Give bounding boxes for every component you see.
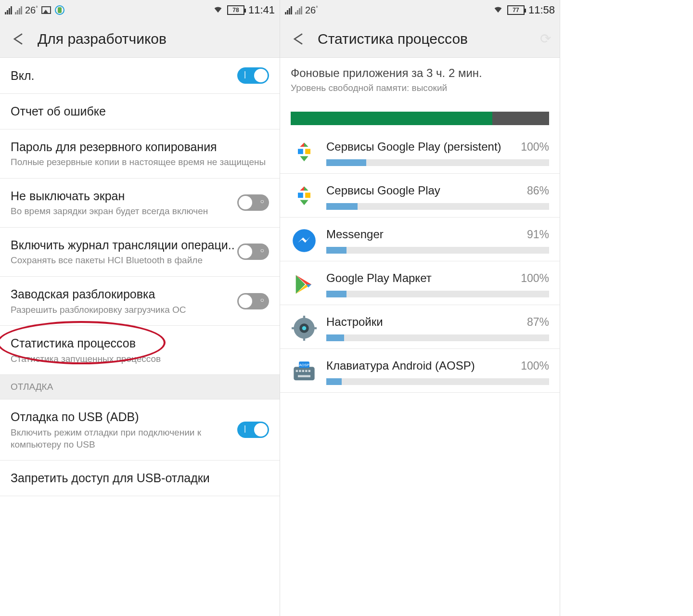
svg-rect-11 [302, 370, 304, 372]
svg-rect-5 [303, 336, 305, 341]
battery-icon: 78 [227, 5, 244, 15]
process-name: Сервисы Google Play (persistent) [326, 140, 516, 154]
svg-rect-12 [305, 370, 307, 372]
play-store-icon [291, 271, 318, 298]
svg-text:AOSP: AOSP [299, 363, 309, 367]
screen-developer-options: 26° 78 11:41 Для разработчиков Вкл.Отчет… [0, 0, 280, 616]
process-item[interactable]: Google Play Маркет100% [280, 261, 560, 305]
process-item[interactable]: AOSPКлавиатура Android (AOSP)100% [280, 349, 560, 393]
status-bar: 26° 77 11:58 [280, 0, 560, 20]
summary-title: Фоновые приложения за 3 ч. 2 мин. [291, 66, 549, 80]
clock: 11:58 [528, 4, 555, 16]
stats-summary: Фоновые приложения за 3 ч. 2 мин. Уровен… [280, 58, 560, 100]
app-bar: Статистика процессов ⟳ [280, 20, 560, 58]
item-title: Отчет об ошибке [11, 103, 269, 119]
play-services-icon [291, 140, 318, 167]
summary-caption: Уровень свободной памяти: высокий [291, 83, 549, 93]
gallery-icon [41, 5, 51, 15]
process-item[interactable]: Настройки87% [280, 305, 560, 349]
process-item[interactable]: Сервисы Google Play (persistent)100% [280, 130, 560, 174]
settings-icon [291, 315, 318, 342]
page-title: Статистика процессов [318, 31, 468, 47]
settings-item[interactable]: Отчет об ошибке [0, 94, 280, 129]
item-title: Статистика процессов [11, 335, 269, 351]
signal-icon-2 [15, 6, 22, 14]
item-title: Включить журнал трансляции операци.. [11, 237, 237, 253]
signal-icon [285, 6, 292, 14]
svg-point-3 [302, 326, 307, 331]
svg-rect-13 [308, 370, 310, 372]
svg-rect-6 [292, 327, 296, 329]
process-name: Настройки [326, 315, 522, 329]
toggle-switch[interactable] [237, 244, 269, 260]
item-subtitle: Разрешить разблокировку загрузчика ОС [11, 304, 237, 316]
back-button[interactable] [9, 29, 28, 49]
process-list[interactable]: Сервисы Google Play (persistent)100%Серв… [280, 130, 560, 393]
process-bar [326, 378, 549, 385]
item-subtitle: Во время зарядки экран будет всегда вклю… [11, 205, 237, 218]
svg-rect-14 [298, 375, 310, 377]
settings-item[interactable]: Статистика процессовСтатистика запущенны… [0, 326, 280, 375]
toggle-switch[interactable] [237, 293, 269, 309]
section-header-debug: ОТЛАДКА [0, 375, 280, 399]
wifi-icon [493, 4, 503, 17]
status-bar: 26° 78 11:41 [0, 0, 280, 20]
refresh-icon[interactable]: ⟳ [540, 31, 551, 47]
settings-item[interactable]: Включить журнал трансляции операци..Сохр… [0, 228, 280, 277]
process-bar [326, 203, 549, 210]
process-bar [326, 159, 549, 166]
item-subtitle: Статистика запущенных процессов [11, 353, 269, 365]
item-subtitle: Включить режим отладки при подключении к… [11, 427, 237, 450]
item-subtitle: Сохранять все пакеты HCI Bluetooth в фай… [11, 255, 237, 267]
process-name: Messenger [326, 228, 522, 241]
item-title: Вкл. [11, 68, 237, 84]
keyboard-icon: AOSP [291, 359, 318, 385]
process-item[interactable]: Сервисы Google Play86% [280, 174, 560, 218]
process-bar [326, 334, 549, 341]
svg-rect-4 [303, 316, 305, 320]
toggle-switch[interactable] [237, 194, 269, 211]
messenger-icon [291, 227, 318, 254]
item-title: Заводская разблокировка [11, 286, 237, 302]
settings-list[interactable]: Вкл.Отчет об ошибкеПароль для резервного… [0, 58, 280, 616]
process-name: Google Play Маркет [326, 271, 516, 285]
settings-item[interactable]: Запретить доступ для USB-отладки [0, 461, 280, 496]
process-name: Сервисы Google Play [326, 184, 522, 197]
item-title: Отладка по USB (ADB) [11, 409, 237, 425]
wifi-icon [213, 4, 223, 17]
process-percent: 100% [521, 141, 549, 154]
process-percent: 86% [527, 184, 549, 197]
settings-item[interactable]: Отладка по USB (ADB)Включить режим отлад… [0, 399, 280, 461]
play-services-icon [291, 183, 318, 210]
memory-bar [291, 112, 549, 125]
svg-rect-7 [312, 327, 317, 329]
settings-item[interactable]: Пароль для резервного копированияПолные … [0, 129, 280, 179]
item-title: Пароль для резервного копирования [11, 139, 269, 155]
process-name: Клавиатура Android (AOSP) [326, 359, 516, 372]
svg-rect-10 [299, 370, 301, 372]
process-percent: 100% [521, 272, 549, 285]
process-percent: 87% [527, 316, 549, 329]
process-percent: 100% [521, 359, 549, 372]
toggle-switch[interactable] [237, 422, 269, 438]
process-bar [326, 291, 549, 297]
item-title: Запретить доступ для USB-отладки [11, 470, 269, 486]
memory-bar-fill [291, 112, 492, 125]
back-button[interactable] [289, 29, 308, 49]
battery-icon: 77 [507, 5, 525, 15]
clock: 11:41 [248, 4, 275, 16]
signal-icon [5, 6, 12, 14]
temperature: 26° [25, 5, 38, 16]
signal-icon-2 [295, 6, 302, 14]
item-title: Не выключать экран [11, 188, 237, 204]
settings-item[interactable]: Заводская разблокировкаРазрешить разблок… [0, 277, 280, 326]
svg-rect-9 [296, 370, 298, 372]
settings-item[interactable]: Не выключать экранВо время зарядки экран… [0, 179, 280, 228]
toggle-switch[interactable] [237, 67, 269, 84]
settings-item[interactable]: Вкл. [0, 58, 280, 94]
process-percent: 91% [527, 228, 549, 241]
item-subtitle: Полные резервные копии в настоящее время… [11, 156, 269, 168]
process-item[interactable]: Messenger91% [280, 218, 560, 261]
temperature: 26° [305, 5, 318, 16]
process-bar [326, 247, 549, 254]
